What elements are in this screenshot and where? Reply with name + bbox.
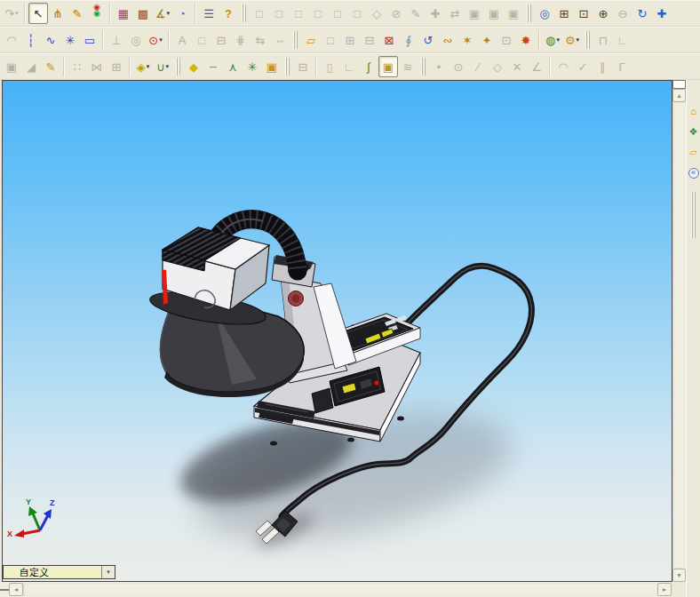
toolbar-grip-handle[interactable] [526, 4, 532, 23]
physical-simulation-dropdown-arrow[interactable]: ▾ [577, 36, 580, 44]
file-explorer-icon: ▱ [689, 147, 696, 157]
toolbar-grip-handle[interactable] [420, 57, 426, 76]
measure-button[interactable]: ∡▾ [153, 3, 172, 24]
task-pane-strip: ⌂❖▱« [686, 80, 700, 597]
toolbar-separator [24, 4, 26, 23]
envelope-button[interactable]: ▣ [262, 56, 282, 77]
triad-x-label: X [7, 529, 12, 538]
zoom-to-area-icon: ⊞ [560, 8, 569, 20]
wireframe-icon: ▣ [469, 8, 480, 20]
stretch-button: ⇔ [270, 29, 290, 51]
power-led [374, 380, 379, 386]
select-button[interactable]: ↖ [28, 3, 48, 24]
measure-dropdown-arrow[interactable]: ▾ [167, 10, 171, 17]
smart-dimension-button[interactable]: ⊙▾ [146, 29, 165, 51]
vertical-scroll-track[interactable] [672, 102, 686, 569]
balloon-button: A [172, 29, 192, 51]
viewport[interactable]: X Y Z [2, 80, 672, 582]
rotate-component-button[interactable]: ↺ [418, 29, 438, 51]
attachment-button[interactable]: ∮ [399, 29, 418, 51]
horizontal-scroll-track[interactable] [23, 583, 657, 596]
move-component-button[interactable]: ∾ [438, 29, 457, 51]
centerline-button[interactable]: ┆ [21, 29, 41, 51]
smart-dimension-dropdown-arrow[interactable]: ▾ [159, 36, 163, 44]
sketch-point-button[interactable]: ✳ [60, 29, 80, 51]
design-library-button[interactable]: ❖ [687, 122, 700, 142]
smart-mate-button[interactable]: ◆ [184, 56, 203, 77]
scroll-right-button[interactable]: ▸ [657, 583, 672, 596]
scroll-left-button[interactable]: ◂ [9, 583, 23, 596]
selection-filter-icon: ⋔ [53, 8, 63, 20]
add-route-point-button[interactable]: ┄ [203, 56, 223, 77]
mate-dropdown-arrow[interactable]: ▾ [147, 63, 150, 70]
selection-box-button[interactable]: ▭ [80, 29, 99, 51]
apply-texture-button[interactable]: ▩ [133, 3, 153, 24]
collision-detection-button[interactable]: ✸ [516, 29, 536, 51]
configuration-combobox[interactable]: 自定义 ▾ [3, 565, 115, 579]
make-block-icon: ⊟ [365, 35, 375, 46]
toolbar-grip-handle[interactable] [284, 57, 290, 76]
move-triad-button[interactable]: ⋏ [223, 56, 243, 77]
solidworks-resources-button[interactable]: ⌂ [687, 101, 700, 122]
edit-route-button[interactable]: ▣ [378, 56, 398, 77]
toolbar-grip-handle[interactable] [241, 4, 247, 23]
toolbar-grip-handle[interactable] [585, 30, 591, 50]
route-point-icon: ✳ [248, 61, 258, 73]
sketch-button[interactable]: ✎ [68, 3, 87, 24]
edit-component-button[interactable]: ✎ [41, 56, 60, 77]
physical-simulation-button[interactable]: ⚙▾ [562, 29, 582, 51]
scroll-up-button[interactable]: ▴ [672, 89, 686, 102]
vertical-scrollbar[interactable]: ▴ ▾ [672, 80, 686, 582]
insert-component-icon: ▱ [306, 35, 315, 46]
mate-button[interactable]: ◈▾ [133, 56, 153, 77]
toolbar-grip-handle[interactable] [292, 30, 298, 50]
design-checker-button[interactable]: ☰ [199, 3, 219, 24]
zoom-to-selection-button[interactable]: ⊡ [574, 3, 593, 24]
route-spline-button[interactable]: ∫ [359, 56, 378, 77]
route-dropdown-arrow[interactable]: ▾ [166, 63, 170, 70]
route-button[interactable]: ∪▾ [153, 56, 172, 77]
pan-button[interactable]: ✚ [652, 3, 672, 24]
component-states-button[interactable]: ⊠ [379, 29, 399, 51]
combobox-dropdown-button[interactable]: ▾ [101, 566, 115, 578]
scroll-down-button[interactable]: ▾ [672, 569, 686, 582]
collapse-pane-button[interactable]: « [687, 163, 700, 183]
help-button[interactable]: ? [219, 3, 238, 24]
route-point-button[interactable]: ✳ [243, 56, 262, 77]
curvature-button[interactable]: ◔ [172, 3, 192, 24]
horizontal-split-handle[interactable] [0, 589, 9, 591]
interference-detection-icon: ⊡ [502, 35, 512, 46]
solidworks-resources-icon: ⌂ [690, 107, 696, 116]
reorder-route-button: ⊟ [293, 56, 313, 77]
make-block-button: ⊟ [360, 29, 379, 51]
large-assembly-mode-button: ∟ [613, 29, 632, 51]
assembly-features-button[interactable]: ✦ [477, 29, 497, 51]
assembly-transparency-button[interactable]: ◍▾ [543, 29, 562, 51]
sketch-point-tool-icon: • [437, 61, 441, 73]
spline-button[interactable]: ∿ [41, 29, 60, 51]
toolbar-separator [129, 57, 131, 76]
right-arrow-icon: ▸ [663, 585, 666, 593]
zoom-in-out-button[interactable]: ⊕ [593, 3, 613, 24]
selection-filter-button[interactable]: ⋔ [48, 3, 68, 24]
assembly-transparency-dropdown-arrow[interactable]: ▾ [556, 36, 560, 44]
insert-component-button[interactable]: ▱ [301, 29, 321, 51]
extrude-route-icon: ▯ [326, 61, 332, 73]
task-pane-grip-handle[interactable] [691, 192, 696, 238]
file-explorer-button[interactable]: ▱ [687, 142, 700, 163]
smart-fasteners-button[interactable]: ✶ [457, 29, 477, 51]
horizontal-scrollbar[interactable]: ◂ ▸ [0, 582, 672, 597]
triad-z-label: Z [50, 498, 55, 507]
edit-color-button[interactable]: ▦ [114, 3, 133, 24]
display-states-button[interactable]: ◉ [87, 3, 107, 24]
chamfer-button: ◢ [21, 56, 41, 77]
toolbar-separator [315, 57, 317, 76]
rotate-view-button[interactable]: ↻ [632, 3, 652, 24]
zoom-to-area-button[interactable]: ⊞ [554, 3, 574, 24]
viewport-canvas[interactable]: X Y Z [3, 81, 672, 581]
vertical-split-handle[interactable] [672, 80, 686, 89]
toolbar-grip-handle[interactable] [175, 57, 181, 76]
fillet-button: ◠ [2, 29, 21, 51]
zoom-to-fit-button[interactable]: ◎ [535, 3, 554, 24]
sketch-arc-icon: ◠ [558, 61, 568, 73]
